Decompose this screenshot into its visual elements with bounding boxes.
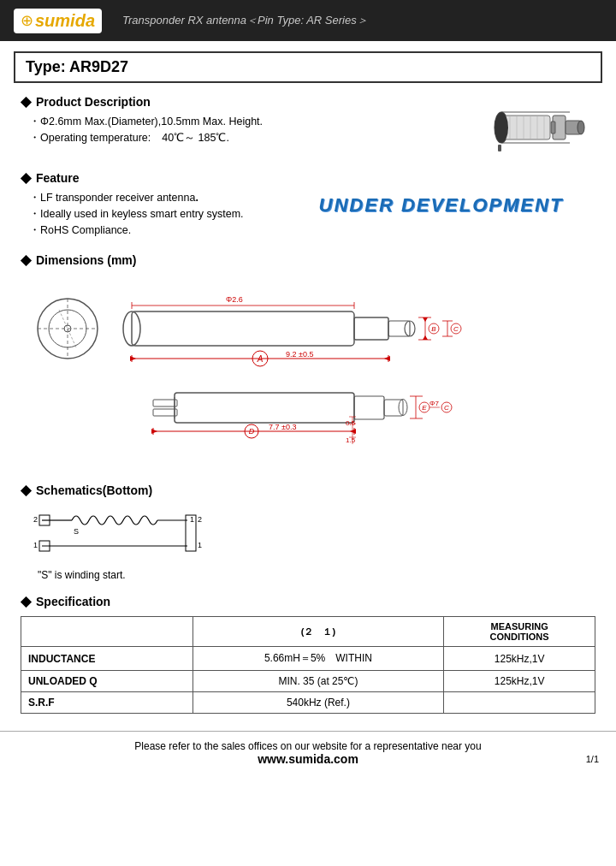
row-2-label: UNLOADED Q bbox=[21, 671, 193, 692]
logo-background: ⊕ sumida bbox=[14, 9, 102, 33]
svg-text:B: B bbox=[431, 325, 436, 333]
diamond-icon: ◆ bbox=[21, 93, 31, 110]
svg-text:D: D bbox=[249, 427, 255, 436]
diamond-icon-2: ◆ bbox=[21, 169, 31, 186]
row-1-label: INDUCTANCE bbox=[21, 647, 193, 671]
product-desc-row: ・Φ2.6mm Max.(Diameter),10.5mm Max. Heigh… bbox=[21, 115, 595, 157]
footer-note: Please refer to the sales offices on our… bbox=[14, 740, 602, 752]
logo-container: ⊕ sumida bbox=[14, 9, 102, 33]
svg-rect-15 bbox=[498, 145, 501, 151]
row-2-condition: 125kHz,1V bbox=[444, 671, 595, 692]
svg-text:1: 1 bbox=[33, 541, 38, 549]
product-description-section: ◆ Product Description ・Φ2.6mm Max.(Diame… bbox=[21, 93, 595, 157]
page-header: ⊕ sumida Transponder RX antenna＜Pin Type… bbox=[0, 0, 616, 41]
svg-marker-42 bbox=[423, 317, 428, 322]
dimensions-title: ◆ Dimensions (mm) bbox=[21, 252, 595, 268]
svg-marker-31 bbox=[384, 356, 390, 361]
svg-rect-53 bbox=[153, 400, 177, 406]
feature-text: ・LF transponder receiver antenna. ・Ideal… bbox=[21, 191, 287, 240]
desc-item-1: ・Φ2.6mm Max.(Diameter),10.5mm Max. Heigh… bbox=[29, 115, 476, 129]
dimensions-svg: A 9.2 ±0.5 Φ2.6 B C bbox=[21, 273, 500, 470]
feature-item-1: ・LF transponder receiver antenna. bbox=[29, 191, 287, 205]
svg-text:1: 1 bbox=[190, 515, 194, 524]
svg-text:1: 1 bbox=[198, 541, 202, 549]
feature-item-3: ・RoHS Compliance. bbox=[29, 223, 287, 238]
row-3-condition bbox=[444, 692, 595, 714]
diamond-icon-5: ◆ bbox=[21, 593, 31, 609]
feature-title: ◆ Feature bbox=[21, 169, 595, 186]
svg-point-5 bbox=[578, 121, 584, 134]
table-row: UNLOADED Q MIN. 35 (at 25℃) 125kHz,1V bbox=[21, 671, 595, 692]
svg-text:Φ2.6: Φ2.6 bbox=[226, 295, 243, 304]
under-development-text: UNDER DEVELOPMENT bbox=[287, 194, 595, 216]
svg-marker-43 bbox=[423, 335, 428, 340]
svg-marker-62 bbox=[350, 429, 356, 434]
table-header-row: (２ １) MEASURINGCONDITIONS bbox=[21, 617, 595, 647]
svg-text:S: S bbox=[74, 527, 79, 536]
page-number: 1/1 bbox=[586, 754, 599, 764]
svg-text:C: C bbox=[453, 325, 459, 333]
footer-website: www.sumida.com bbox=[14, 752, 602, 766]
product-desc-text: ・Φ2.6mm Max.(Diameter),10.5mm Max. Heigh… bbox=[21, 115, 476, 147]
page-footer: Please refer to the sales offices on our… bbox=[0, 731, 616, 774]
row-1-value: 5.66mH＝5% WITHIN bbox=[192, 647, 444, 671]
svg-text:A: A bbox=[257, 354, 264, 364]
row-1-condition: 125kHz,1V bbox=[444, 647, 595, 671]
feature-row: ・LF transponder receiver antenna. ・Ideal… bbox=[21, 191, 595, 240]
svg-rect-22 bbox=[132, 311, 354, 346]
svg-text:9.2 ±0.5: 9.2 ±0.5 bbox=[286, 350, 313, 359]
product-image bbox=[476, 106, 595, 157]
svg-text:1.5: 1.5 bbox=[346, 436, 356, 444]
type-bar: Type: AR9D27 bbox=[14, 51, 602, 83]
table-row: S.R.F 540kHz (Ref.) bbox=[21, 692, 595, 714]
svg-text:7.7 ±0.3: 7.7 ±0.3 bbox=[269, 423, 296, 431]
svg-rect-6 bbox=[551, 122, 555, 133]
row-2-value: MIN. 35 (at 25℃) bbox=[192, 671, 444, 692]
antenna-svg bbox=[476, 109, 595, 156]
svg-marker-30 bbox=[130, 356, 136, 361]
specification-title: ◆ Specification bbox=[21, 593, 595, 609]
svg-text:E: E bbox=[422, 404, 427, 412]
col-header-3: MEASURINGCONDITIONS bbox=[444, 617, 595, 647]
svg-text:C: C bbox=[444, 404, 449, 412]
svg-rect-54 bbox=[153, 409, 177, 416]
specification-section: ◆ Specification (２ １) MEASURINGCONDITION… bbox=[21, 593, 595, 714]
diamond-icon-3: ◆ bbox=[21, 252, 31, 268]
svg-rect-24 bbox=[354, 317, 388, 340]
col-header-1 bbox=[21, 617, 193, 647]
dimensions-section: ◆ Dimensions (mm) bbox=[21, 252, 595, 470]
desc-item-2: ・Operating temperature: 40℃～ 185℃. bbox=[29, 131, 476, 145]
svg-text:0.5: 0.5 bbox=[346, 419, 356, 427]
schematic-svg: 2 S 1 1 bbox=[29, 503, 217, 563]
diamond-icon-4: ◆ bbox=[21, 482, 31, 498]
row-3-value: 540kHz (Ref.) bbox=[192, 692, 444, 714]
svg-marker-61 bbox=[151, 429, 157, 434]
type-label: Type: AR9D27 bbox=[26, 58, 128, 75]
svg-text:2: 2 bbox=[33, 515, 38, 524]
main-content: ◆ Product Description ・Φ2.6mm Max.(Diame… bbox=[0, 93, 616, 714]
schematics-title: ◆ Schematics(Bottom) bbox=[21, 482, 595, 498]
svg-point-14 bbox=[495, 112, 508, 143]
schematics-section: ◆ Schematics(Bottom) 2 S 1 bbox=[21, 482, 595, 581]
feature-section: ◆ Feature ・LF transponder receiver anten… bbox=[21, 169, 595, 240]
svg-text:Φ7: Φ7 bbox=[429, 400, 439, 407]
logo-text: sumida bbox=[35, 11, 95, 31]
feature-item-2: ・Ideally used in keyless smart entry sys… bbox=[29, 207, 287, 222]
dimensions-drawing-area: A 9.2 ±0.5 Φ2.6 B C bbox=[21, 273, 595, 470]
logo-icon: ⊕ bbox=[21, 11, 33, 30]
schematic-drawing-area: 2 S 1 1 bbox=[21, 503, 595, 581]
col-header-2: (２ １) bbox=[192, 617, 444, 647]
svg-rect-51 bbox=[175, 393, 354, 423]
svg-rect-55 bbox=[354, 396, 384, 419]
row-3-label: S.R.F bbox=[21, 692, 193, 714]
table-row: INDUCTANCE 5.66mH＝5% WITHIN 125kHz,1V bbox=[21, 647, 595, 671]
winding-note: "S" is winding start. bbox=[29, 569, 595, 581]
specification-table: (２ １) MEASURINGCONDITIONS INDUCTANCE 5.6… bbox=[21, 616, 595, 714]
svg-text:2: 2 bbox=[198, 515, 202, 524]
footer-wrapper: Please refer to the sales offices on our… bbox=[0, 731, 616, 774]
header-title: Transponder RX antenna＜Pin Type: AR Seri… bbox=[122, 13, 368, 28]
